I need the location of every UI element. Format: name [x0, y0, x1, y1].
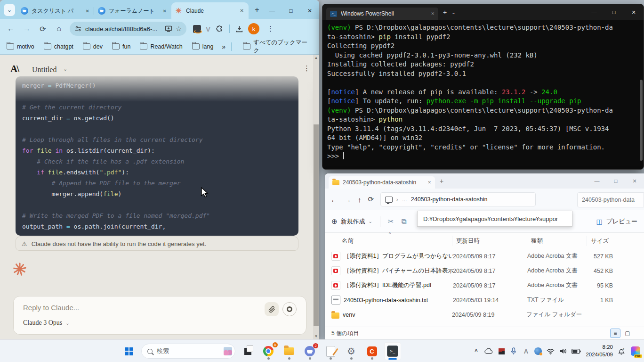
taskbar-settings[interactable]: ⚙	[343, 342, 360, 360]
bookmark-star-icon[interactable]: ☆	[176, 25, 182, 33]
screenshot-extension-icon[interactable]	[193, 25, 201, 33]
back-button[interactable]: ←	[4, 22, 18, 36]
bookmarks-overflow-icon[interactable]: »	[222, 43, 225, 50]
start-button[interactable]	[121, 342, 137, 360]
browser-tab--[interactable]: フォーラムノート✕	[94, 3, 171, 19]
tab-close-icon[interactable]: ✕	[427, 180, 431, 185]
reply-input[interactable]: Reply to Claude...	[23, 304, 79, 312]
chat-menu-icon[interactable]: ⋮	[303, 64, 311, 73]
browser-menu-icon[interactable]: ⋮	[264, 25, 277, 33]
minimize-button[interactable]: —	[584, 4, 604, 20]
scroll-up-icon[interactable]: ▲	[313, 56, 319, 60]
column-header-3[interactable]: サイズ	[587, 236, 619, 246]
forward-button[interactable]: →	[20, 22, 34, 36]
home-button[interactable]: ⌂	[52, 22, 66, 36]
tab-close-icon[interactable]: ✕	[431, 11, 435, 16]
terminal-output[interactable]: (venv) PS D:\Dropbox\galapagos\contents\…	[327, 23, 638, 161]
speaker-icon[interactable]	[559, 346, 567, 356]
close-button[interactable]: ✕	[300, 3, 319, 19]
model-selector[interactable]: Claude 3 Opus ⌄	[23, 319, 70, 327]
maximize-button[interactable]: □	[606, 173, 625, 189]
file-row[interactable]: ［添付資料2］パイチャームの日本語表示.p...2024/05/09 8:17A…	[325, 263, 644, 278]
copy-icon[interactable]: ⧉	[402, 217, 407, 226]
scrollbar-thumb[interactable]	[314, 124, 319, 326]
close-button[interactable]: ✕	[624, 4, 644, 20]
forward-button[interactable]: →	[344, 196, 351, 204]
taskbar-notes-app[interactable]	[322, 342, 339, 360]
browser-tab--[interactable]: タスクリスト パ✕	[17, 3, 94, 19]
onedrive-cloud-icon[interactable]	[484, 346, 493, 356]
explorer-search-box[interactable]: 240503-python-data	[577, 192, 644, 207]
back-button[interactable]: ←	[330, 196, 338, 204]
file-row[interactable]: 240503-python-data-satoshin.txt2024/05/0…	[325, 293, 644, 307]
site-settings-icon[interactable]	[74, 25, 82, 33]
task-view-button[interactable]	[239, 342, 256, 360]
minimize-button[interactable]: —	[588, 173, 606, 189]
code-block[interactable]: merger = PdfMerger() # Get the current d…	[16, 76, 298, 236]
list-view-button[interactable]: ≡	[610, 329, 620, 338]
chat-title[interactable]: Untitled	[32, 66, 56, 74]
maximize-button[interactable]: □	[282, 3, 300, 19]
tray-app-grid-icon[interactable]	[498, 346, 505, 356]
close-button[interactable]: ✕	[625, 173, 644, 189]
terminal-dropdown-icon[interactable]: ⌄	[451, 10, 455, 15]
new-explorer-tab-button[interactable]: +	[440, 177, 443, 185]
url-text[interactable]: claude.ai/chat/f88bd6a6-...	[85, 25, 161, 33]
tray-globe-icon[interactable]	[534, 346, 542, 356]
cut-icon[interactable]: ✂	[388, 217, 394, 226]
up-button[interactable]: ↑	[358, 196, 362, 204]
column-header-1[interactable]: 更新日時	[452, 236, 527, 246]
tab-close-icon[interactable]: ✕	[85, 8, 90, 15]
details-view-button[interactable]: ▢	[622, 329, 633, 338]
breadcrumb-folder[interactable]: 240503-python-data-satoshin	[411, 196, 488, 203]
scroll-down-icon[interactable]: ▼	[313, 334, 319, 338]
bookmark-item[interactable]: motivo	[7, 43, 34, 50]
microphone-icon[interactable]	[510, 346, 517, 356]
capture-button[interactable]	[282, 302, 297, 316]
taskbar-clock[interactable]: 8:20 2024/05/09	[586, 344, 613, 358]
tab-close-icon[interactable]: ✕	[239, 7, 245, 14]
copilot-icon[interactable]: PRE	[631, 346, 640, 356]
file-row[interactable]: ［添付資料1］プログラムが見つからない件....2024/05/09 8:17A…	[325, 249, 644, 263]
taskbar-file-explorer[interactable]	[281, 342, 298, 360]
send-to-device-icon[interactable]	[165, 25, 172, 33]
refresh-button[interactable]: ⟳	[368, 195, 374, 204]
downloads-icon[interactable]	[235, 25, 243, 33]
vimium-extension-icon[interactable]: V	[206, 25, 210, 33]
bookmark-item[interactable]: dev	[83, 43, 103, 50]
hidden-icons-chevron[interactable]: ^	[472, 346, 480, 356]
terminal-tab[interactable]: >_ Windows PowerShell ✕	[326, 8, 438, 20]
taskbar-search[interactable]: 検索	[141, 344, 235, 359]
taskbar-camtasia[interactable]: C	[363, 342, 380, 360]
minimize-button[interactable]: —	[263, 3, 282, 19]
column-header-2[interactable]: 種類	[527, 236, 587, 246]
wifi-icon[interactable]	[547, 346, 555, 356]
tab-close-icon[interactable]: ✕	[162, 8, 168, 15]
new-item-button[interactable]: ⊕ 新規作成 ⌄	[331, 217, 372, 226]
chevron-down-icon[interactable]: ⌄	[63, 66, 67, 72]
explorer-tab[interactable]: 240503-python-data-satoshin ✕	[329, 176, 435, 189]
column-header-0[interactable]: 名前^	[342, 236, 452, 246]
profile-avatar[interactable]: k	[248, 23, 259, 34]
bookmark-item[interactable]: lang	[192, 43, 214, 50]
extensions-puzzle-icon[interactable]	[215, 25, 224, 33]
bookmark-item[interactable]: fun	[112, 43, 130, 50]
page-scrollbar[interactable]: ▲ ▼	[313, 55, 319, 339]
tab-search-button[interactable]: ⌄	[4, 4, 15, 16]
taskbar-terminal[interactable]: >_	[384, 342, 401, 360]
taskbar-chrome[interactable]: k	[260, 342, 277, 360]
bookmark-item[interactable]: Read/Watch	[140, 43, 182, 50]
maximize-button[interactable]: □	[604, 4, 624, 20]
address-breadcrumb[interactable]: › … 240503-python-data-satoshin	[380, 192, 536, 206]
search-highlight-image[interactable]	[224, 347, 232, 355]
breadcrumb-overflow-icon[interactable]: …	[402, 197, 407, 202]
all-bookmarks-button[interactable]: すべてのブックマーク	[243, 39, 313, 55]
new-tab-button[interactable]: +	[251, 4, 263, 16]
address-bar[interactable]: claude.ai/chat/f88bd6a6-... ☆	[70, 22, 186, 36]
preview-toggle-button[interactable]: ◫ プレビュー	[596, 217, 637, 226]
notification-bell-icon[interactable]: z	[618, 346, 625, 356]
browser-tab-claude[interactable]: Claude✕	[171, 2, 249, 19]
file-row[interactable]: ［添付資料3］IDE機能の学習.pdf2024/05/09 8:17Adobe …	[325, 278, 644, 293]
battery-icon[interactable]	[572, 346, 581, 356]
ime-indicator[interactable]: A	[522, 346, 530, 356]
